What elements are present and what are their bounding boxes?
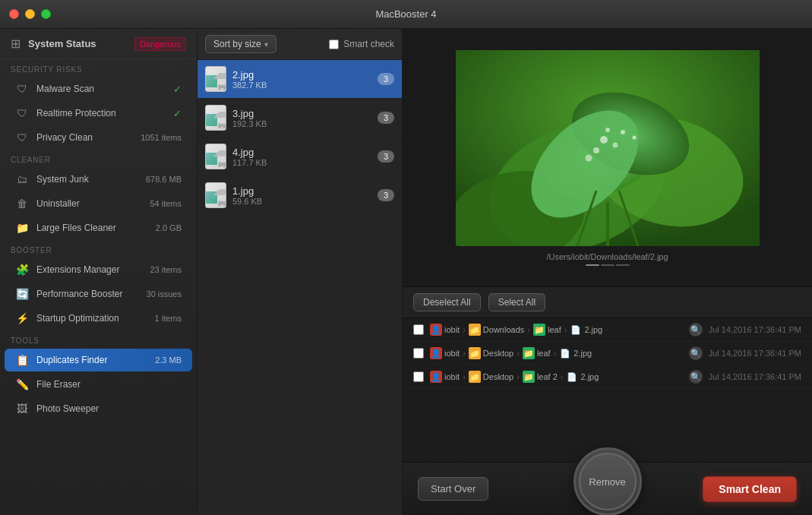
file-name: 4.jpg <box>232 147 371 158</box>
duplicates-section: Deselect All Select All 👤 iobit <box>403 287 812 462</box>
minimize-button[interactable] <box>25 9 35 19</box>
extensions-manager-label: Extensions Manager <box>36 264 150 275</box>
folder-icon: 📁 <box>469 324 481 336</box>
file-icon: .jpg <box>205 66 226 92</box>
performance-booster-icon: 🔄 <box>15 288 29 300</box>
breadcrumb-2: 👤 iobit › 📁 Desktop › 📁 <box>430 347 683 359</box>
folder-icon: 📁 <box>533 324 545 336</box>
deselect-all-button[interactable]: Deselect All <box>413 293 481 311</box>
file-list: .jpg 2.jpg 382.7 KB 3 .jpg 3.jpg 192.3 K… <box>197 60 402 515</box>
sort-label: Sort by size <box>213 39 261 49</box>
sidebar-item-file-eraser[interactable]: ✏️ File Eraser <box>5 373 192 396</box>
select-all-button[interactable]: Select All <box>488 293 545 311</box>
file-size: 382.7 KB <box>232 81 371 90</box>
scroll-indicator <box>586 264 630 266</box>
duplicates-toolbar: Deselect All Select All <box>403 287 812 318</box>
photo-sweeper-icon: 🖼 <box>15 403 29 415</box>
user-icon: 👤 <box>430 371 442 383</box>
system-status-label: System Status <box>28 38 134 49</box>
sidebar-item-extensions-manager[interactable]: 🧩 Extensions Manager 23 items <box>5 258 192 281</box>
breadcrumb-1: 👤 iobit › 📁 Downloads › 📁 <box>430 324 683 336</box>
file-list-toolbar: Sort by size ▾ Smart check <box>197 29 402 60</box>
file-name: 3.jpg <box>232 108 371 119</box>
window-controls[interactable] <box>9 9 51 19</box>
list-item[interactable]: .jpg 3.jpg 192.3 KB 3 <box>197 99 402 137</box>
section-label-cleaner: Cleaner <box>0 150 197 167</box>
svg-point-13 <box>605 128 610 132</box>
folder-icon: 📁 <box>469 347 481 359</box>
remove-label: Remove <box>589 476 625 488</box>
status-badge: Dangerous <box>134 37 186 51</box>
sidebar-item-malware-scan[interactable]: 🛡 Malware Scan ✓ <box>5 77 192 100</box>
list-item[interactable]: .jpg 1.jpg 59.6 KB 3 <box>197 176 402 215</box>
smart-check-text: Smart check <box>343 39 394 49</box>
search-icon-1[interactable]: 🔍 <box>689 323 703 336</box>
folder-icon: 📁 <box>469 371 481 383</box>
list-item[interactable]: .jpg 2.jpg 382.7 KB 3 <box>197 60 402 99</box>
duplicates-finder-icon: 📋 <box>15 354 29 366</box>
folder-icon: 📁 <box>523 347 535 359</box>
file-info: 4.jpg 117.7 KB <box>232 147 371 167</box>
startup-optimization-count: 1 items <box>155 314 182 323</box>
file-icon: .jpg <box>205 144 226 169</box>
sidebar: ⊞ System Status Dangerous Security Risks… <box>0 29 197 515</box>
right-panel: /Users/iobit/Downloads/leaf/2.jpg Desele… <box>403 29 812 515</box>
realtime-protection-label: Realtime Protection <box>36 108 173 118</box>
sidebar-item-uninstaller[interactable]: 🗑 Uninstaller 54 items <box>5 192 192 215</box>
start-over-button[interactable]: Start Over <box>418 477 488 501</box>
row-checkbox-1[interactable] <box>413 324 424 335</box>
bottom-bar: Start Over Remove Smart Clean <box>403 462 812 515</box>
file-eraser-icon: ✏️ <box>15 378 29 390</box>
search-icon-3[interactable]: 🔍 <box>689 370 703 384</box>
smart-clean-button[interactable]: Smart Clean <box>703 476 797 502</box>
sidebar-item-system-status[interactable]: ⊞ System Status Dangerous <box>0 29 197 59</box>
breadcrumb-3: 👤 iobit › 📁 Desktop › 📁 <box>430 371 683 383</box>
realtime-protection-icon: 🛡 <box>15 107 29 119</box>
file-icon: .jpg <box>205 182 226 208</box>
folder-icon: 📁 <box>523 371 535 383</box>
large-files-icon: 📁 <box>15 222 29 234</box>
sidebar-item-privacy-clean[interactable]: 🛡 Privacy Clean 1051 items <box>5 126 192 149</box>
row-checkbox-3[interactable] <box>413 371 424 382</box>
sidebar-item-duplicates-finder[interactable]: 📋 Duplicates Finder 2.3 MB <box>5 349 192 371</box>
large-files-label: Large Files Cleaner <box>36 223 156 233</box>
preview-path: /Users/iobit/Downloads/leaf/2.jpg <box>546 252 668 261</box>
file-badge: 3 <box>378 150 394 163</box>
user-icon: 👤 <box>430 347 442 359</box>
preview-image <box>456 50 760 246</box>
sidebar-item-realtime-protection[interactable]: 🛡 Realtime Protection ✓ <box>5 102 192 125</box>
large-files-count: 2.0 GB <box>156 223 182 232</box>
privacy-clean-icon: 🛡 <box>15 131 29 144</box>
remove-button[interactable]: Remove <box>573 447 642 515</box>
sidebar-item-performance-booster[interactable]: 🔄 Performance Booster 30 issues <box>5 283 192 305</box>
file-info: 2.jpg 382.7 KB <box>232 69 371 90</box>
window-title: MacBooster 4 <box>375 8 436 20</box>
sidebar-item-system-junk[interactable]: 🗂 System Junk 678.6 MB <box>5 168 192 191</box>
sidebar-item-photo-sweeper[interactable]: 🖼 Photo Sweeper <box>5 397 192 420</box>
duplicates-list: 👤 iobit › 📁 Downloads › 📁 <box>403 318 812 462</box>
performance-booster-label: Performance Booster <box>36 289 147 299</box>
smart-check-checkbox[interactable] <box>329 39 339 49</box>
row-checkbox-2[interactable] <box>413 348 424 359</box>
list-item[interactable]: .jpg 4.jpg 117.7 KB 3 <box>197 137 402 176</box>
file-size: 192.3 KB <box>232 119 371 128</box>
svg-point-7 <box>600 136 608 144</box>
search-icon-2[interactable]: 🔍 <box>689 346 703 360</box>
uninstaller-count: 54 items <box>150 199 182 208</box>
file-icon: 📄 <box>570 324 582 336</box>
system-junk-label: System Junk <box>36 174 146 185</box>
uninstaller-icon: 🗑 <box>15 197 29 210</box>
malware-scan-label: Malware Scan <box>36 84 173 94</box>
smart-check-toggle[interactable]: Smart check <box>329 39 394 49</box>
sidebar-item-startup-optimization[interactable]: ⚡ Startup Optimization 1 items <box>5 307 192 330</box>
realtime-protection-check: ✓ <box>173 108 182 119</box>
remove-circle-inner: Remove <box>579 453 637 510</box>
sidebar-item-large-files[interactable]: 📁 Large Files Cleaner 2.0 GB <box>5 216 192 239</box>
file-icon: .jpg <box>205 105 226 131</box>
svg-point-8 <box>612 142 618 147</box>
file-name: 1.jpg <box>232 185 371 197</box>
sort-by-size-button[interactable]: Sort by size ▾ <box>205 35 276 53</box>
maximize-button[interactable] <box>41 9 51 19</box>
titlebar: MacBooster 4 <box>0 0 812 29</box>
close-button[interactable] <box>9 9 19 19</box>
